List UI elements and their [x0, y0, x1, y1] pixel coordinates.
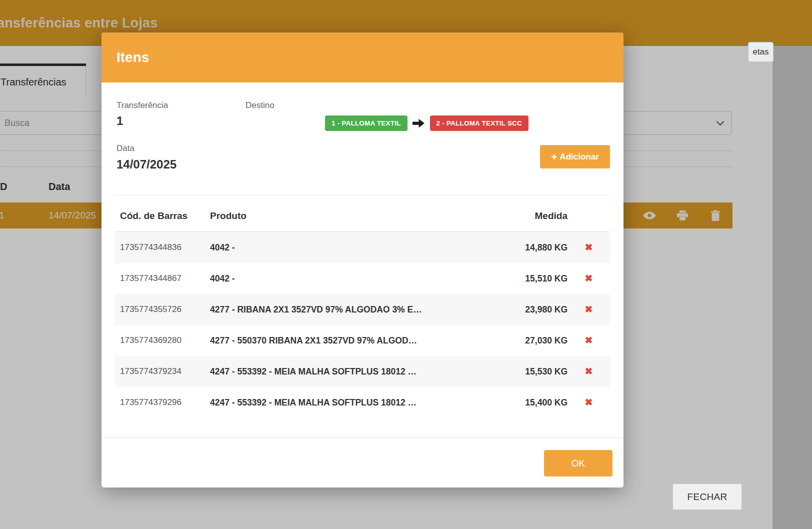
- header-barcode: Cód. de Barras: [120, 210, 210, 222]
- product-cell: 4277 - RIBANA 2X1 3527VD 97% ALGODAO 3% …: [210, 304, 488, 315]
- ok-button[interactable]: OK: [544, 450, 612, 476]
- barcode-cell: 1735774355726: [120, 304, 210, 314]
- measure-cell: 15,510 KG: [488, 274, 568, 284]
- transferencia-label: Transferência: [116, 100, 168, 110]
- adicionar-button[interactable]: + Adicionar: [540, 145, 610, 168]
- items-table-header: Cód. de Barras Produto Medida: [115, 200, 610, 232]
- item-row: 1735774379296 4247 - 553392 - MEIA MALHA…: [115, 387, 610, 418]
- item-row: 1735774355726 4277 - RIBANA 2X1 3527VD 9…: [115, 294, 610, 325]
- header-product: Produto: [210, 210, 488, 222]
- destino-label: Destino: [246, 100, 274, 110]
- remove-item-button[interactable]: ✖: [585, 242, 593, 252]
- transferencia-value: 1: [116, 114, 123, 128]
- measure-cell: 15,400 KG: [488, 398, 568, 408]
- barcode-cell: 1735774344867: [120, 274, 210, 284]
- fechar-button[interactable]: FECHAR: [672, 484, 742, 510]
- product-cell: 4042 -: [210, 274, 488, 284]
- measure-cell: 27,030 KG: [488, 336, 568, 346]
- header-measure: Medida: [488, 210, 568, 222]
- etiquetas-button[interactable]: etas: [748, 42, 774, 62]
- modal-header: Itens: [102, 32, 624, 82]
- data-label: Data: [116, 144, 134, 154]
- product-cell: 4042 -: [210, 242, 488, 253]
- barcode-cell: 1735774344836: [120, 242, 210, 252]
- product-cell: 4277 - 550370 RIBANA 2X1 3527VD 97% ALGO…: [210, 336, 488, 346]
- destination-store-badge: 2 - PALLOMA TEXTIL SCC: [430, 116, 528, 131]
- data-value: 14/07/2025: [116, 158, 176, 172]
- item-row: 1735774344836 4042 - 14,880 KG ✖: [115, 232, 610, 263]
- measure-cell: 14,880 KG: [488, 242, 568, 253]
- remove-item-button[interactable]: ✖: [585, 304, 593, 314]
- adicionar-label: Adicionar: [560, 152, 598, 162]
- product-cell: 4247 - 553392 - MEIA MALHA SOFTPLUS 1801…: [210, 366, 488, 377]
- item-row: 1735774369280 4277 - 550370 RIBANA 2X1 3…: [115, 325, 610, 356]
- remove-item-button[interactable]: ✖: [585, 366, 593, 376]
- product-cell: 4247 - 553392 - MEIA MALHA SOFTPLUS 1801…: [210, 398, 488, 408]
- barcode-cell: 1735774379234: [120, 366, 210, 376]
- origin-store-badge: 1 - PALLOMA TEXTIL: [325, 116, 408, 131]
- measure-cell: 15,530 KG: [488, 366, 568, 377]
- plus-icon: +: [551, 152, 557, 162]
- item-row: 1735774344867 4042 - 15,510 KG ✖: [115, 263, 610, 294]
- modal-title: Itens: [116, 32, 149, 82]
- divider: [115, 195, 610, 196]
- remove-item-button[interactable]: ✖: [585, 336, 593, 345]
- arrow-right-icon: [412, 118, 425, 128]
- measure-cell: 23,980 KG: [488, 304, 568, 315]
- divider: [102, 438, 624, 438]
- remove-item-button[interactable]: ✖: [585, 274, 593, 283]
- screen: ansferências entre Lojas Transferências …: [0, 0, 812, 529]
- item-row: 1735774379234 4247 - 553392 - MEIA MALHA…: [115, 356, 610, 387]
- items-table-body: 1735774344836 4042 - 14,880 KG ✖ 1735774…: [115, 232, 610, 418]
- barcode-cell: 1735774369280: [120, 336, 210, 346]
- barcode-cell: 1735774379296: [120, 398, 210, 408]
- transfer-route: 1 - PALLOMA TEXTIL 2 - PALLOMA TEXTIL SC…: [325, 116, 528, 131]
- remove-item-button[interactable]: ✖: [585, 398, 593, 407]
- itens-modal: Itens Transferência 1 Destino 1 - PALLOM…: [102, 32, 624, 488]
